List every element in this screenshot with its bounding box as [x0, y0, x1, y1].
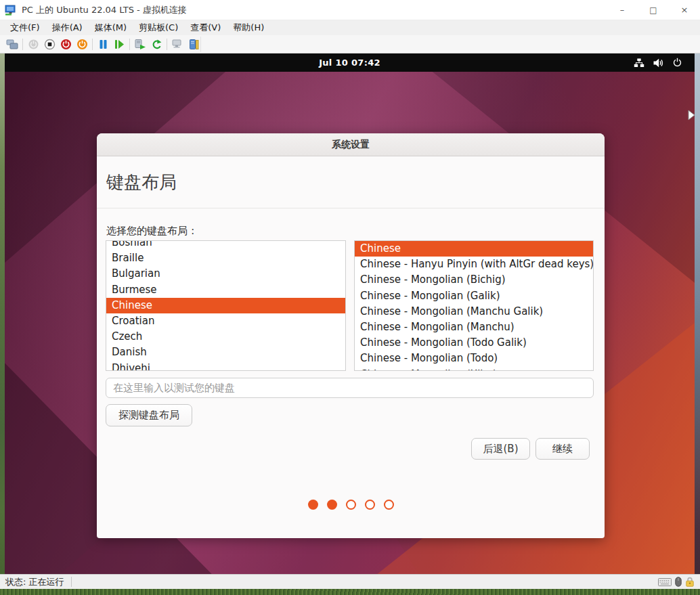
progress-dot [365, 500, 375, 510]
power-icon[interactable] [672, 58, 682, 68]
menu-item[interactable]: 查看(V) [184, 20, 227, 35]
lock-icon [685, 577, 695, 587]
export-icon[interactable] [132, 37, 148, 52]
hyperv-app-icon [5, 5, 16, 16]
back-button[interactable]: 后退(B) [471, 438, 530, 460]
language-option[interactable]: Bosnian [106, 240, 345, 250]
vm-display: Jul 10 07:42 系统设置 [5, 53, 695, 574]
layout-variant-option[interactable]: Chinese [355, 241, 593, 257]
progress-dot [327, 500, 337, 510]
layout-variant-option[interactable]: Chinese - Mongolian (Todo Galik) [355, 335, 593, 351]
network-adapter-icon[interactable] [169, 37, 185, 52]
toolbar-separator [167, 39, 167, 50]
resume-icon[interactable] [111, 37, 127, 52]
language-option[interactable]: Czech [106, 329, 345, 345]
ctrl-alt-del-icon[interactable] [4, 37, 20, 52]
toolbar-island-border [200, 37, 201, 52]
hyperv-statusbar: 状态: 正在运行 [0, 574, 700, 589]
ubuntu-topbar: Jul 10 07:42 [5, 53, 695, 72]
menu-item[interactable]: 文件(F) [4, 20, 46, 35]
status-label: 状态: 正在运行 [5, 576, 64, 588]
drives-icon[interactable] [185, 37, 202, 52]
status-separator [71, 577, 72, 587]
layout-variant-option[interactable]: Chinese - Hanyu Pinyin (with AltGr dead … [355, 257, 593, 272]
dialog-header: 键盘布局 [97, 156, 605, 208]
shut-down-icon[interactable] [74, 37, 90, 52]
language-option[interactable]: Bulgarian [106, 266, 345, 282]
volume-icon[interactable] [653, 58, 663, 68]
revert-icon[interactable] [148, 37, 165, 52]
progress-dot [384, 500, 394, 510]
hyperv-titlebar: PC 上的 Ubuntu 22.04 LTS - 虚拟机连接 – □ × [0, 0, 700, 20]
progress-dots [97, 500, 605, 510]
language-option[interactable]: Burmese [106, 282, 345, 298]
keyboard-prompt: 选择您的键盘布局： [106, 225, 198, 238]
menu-item[interactable]: 帮助(H) [227, 20, 270, 35]
menu-item[interactable]: 剪贴板(C) [133, 20, 184, 35]
minimize-button[interactable]: – [607, 0, 638, 20]
menu-item[interactable]: 媒体(M) [89, 20, 133, 35]
progress-dot [308, 500, 318, 510]
mouse-cursor [688, 110, 696, 121]
menu-item[interactable]: 操作(A) [46, 20, 89, 35]
keyboard-test-input[interactable] [106, 378, 594, 398]
layout-variant-option[interactable]: Chinese - Mongolian (Xibe) [355, 367, 593, 372]
layout-variant-listbox[interactable]: ChineseChinese - Hanyu Pinyin (with AltG… [354, 240, 594, 371]
layout-variant-option[interactable]: Chinese - Mongolian (Todo) [355, 351, 593, 366]
layout-variant-option[interactable]: Chinese - Mongolian (Manchu Galik) [355, 304, 593, 319]
window-title: PC 上的 Ubuntu 22.04 LTS - 虚拟机连接 [22, 4, 187, 16]
host-desktop-bottom-strip [0, 589, 700, 595]
progress-dot [346, 500, 356, 510]
close-button[interactable]: × [669, 0, 700, 20]
layout-variant-option[interactable]: Chinese - Mongolian (Galik) [355, 288, 593, 304]
dialog-title: 系统设置 [332, 139, 370, 151]
turn-off-icon[interactable] [58, 37, 74, 52]
continue-button[interactable]: 继续 [535, 438, 590, 460]
mouse-icon [675, 577, 682, 587]
start-icon[interactable] [25, 37, 41, 52]
toolbar-separator [92, 39, 93, 50]
host-desktop-right-strip [695, 53, 700, 595]
toolbar-separator [129, 39, 130, 50]
toolbar-separator [22, 39, 23, 50]
language-option[interactable]: Danish [106, 345, 345, 360]
language-listbox[interactable]: BosnianBrailleBulgarianBurmeseChineseCro… [106, 240, 346, 371]
page-title: 键盘布局 [106, 171, 177, 194]
installer-dialog: 系统设置 键盘布局 选择您的键盘布局： BosnianBrailleBulgar… [97, 133, 605, 538]
language-option[interactable]: Braille [106, 250, 345, 266]
clock[interactable]: Jul 10 07:42 [319, 58, 380, 68]
language-option[interactable]: Dhivehi [106, 361, 345, 372]
dialog-titlebar[interactable]: 系统设置 [97, 133, 605, 156]
language-option[interactable]: Chinese [106, 298, 345, 313]
detect-layout-button[interactable]: 探测键盘布局 [106, 404, 192, 426]
pause-icon[interactable] [95, 37, 111, 52]
hyperv-menubar: 文件(F)操作(A)媒体(M)剪贴板(C)查看(V)帮助(H) [0, 20, 700, 35]
language-option[interactable]: Croatian [106, 313, 345, 329]
stop-icon[interactable] [41, 37, 58, 52]
keyboard-icon [658, 578, 672, 586]
layout-variant-option[interactable]: Chinese - Mongolian (Manchu) [355, 319, 593, 335]
layout-variant-option[interactable]: Chinese - Mongolian (Bichig) [355, 272, 593, 288]
wired-network-icon[interactable] [634, 58, 644, 68]
hyperv-toolbar [0, 35, 700, 53]
maximize-button[interactable]: □ [638, 0, 669, 20]
